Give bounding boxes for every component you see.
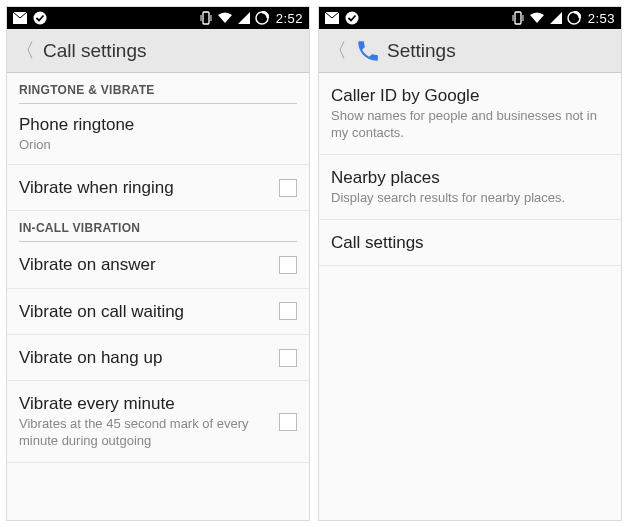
wifi-icon — [529, 12, 545, 24]
signal-icon — [238, 12, 250, 24]
notification-mail-icon — [13, 12, 27, 24]
page-title: Settings — [387, 40, 456, 62]
setting-phone-ringtone[interactable]: Phone ringtone Orion — [7, 104, 309, 165]
vibrate-icon — [200, 11, 212, 25]
checkbox[interactable] — [279, 256, 297, 274]
back-icon[interactable]: 〈 — [13, 37, 37, 64]
phone-icon — [355, 38, 381, 64]
setting-vibrate-on-answer[interactable]: Vibrate on answer — [7, 242, 309, 288]
notification-check-icon — [345, 11, 359, 25]
setting-summary: Display search results for nearby places… — [331, 190, 601, 207]
setting-vibrate-on-call-waiting[interactable]: Vibrate on call waiting — [7, 289, 309, 335]
status-bar: 2:52 — [7, 7, 309, 29]
back-icon[interactable]: 〈 — [325, 37, 349, 64]
action-bar: 〈 Settings — [319, 29, 621, 73]
setting-title: Vibrate on call waiting — [19, 301, 271, 322]
setting-title: Caller ID by Google — [331, 85, 601, 106]
setting-vibrate-every-minute[interactable]: Vibrate every minute Vibrates at the 45 … — [7, 381, 309, 463]
phone-right: 2:53 〈 Settings Caller ID by Google Show… — [318, 6, 622, 521]
svg-rect-2 — [203, 12, 209, 24]
setting-vibrate-on-hang-up[interactable]: Vibrate on hang up — [7, 335, 309, 381]
action-bar: 〈 Call settings — [7, 29, 309, 73]
setting-summary: Show names for people and businesses not… — [331, 108, 601, 142]
setting-nearby-places[interactable]: Nearby places Display search results for… — [319, 155, 621, 220]
setting-summary: Vibrates at the 45 second mark of every … — [19, 416, 271, 450]
notification-mail-icon — [325, 12, 339, 24]
category-header: RINGTONE & VIBRATE — [7, 73, 309, 101]
page-title: Call settings — [43, 40, 147, 62]
status-bar: 2:53 — [319, 7, 621, 29]
setting-title: Vibrate on hang up — [19, 347, 271, 368]
setting-vibrate-when-ringing[interactable]: Vibrate when ringing — [7, 165, 309, 211]
status-clock: 2:52 — [276, 11, 303, 26]
svg-point-7 — [346, 12, 359, 25]
setting-title: Nearby places — [331, 167, 601, 188]
setting-title: Vibrate on answer — [19, 254, 271, 275]
status-clock: 2:53 — [588, 11, 615, 26]
notification-check-icon — [33, 11, 47, 25]
setting-title: Call settings — [331, 232, 601, 253]
setting-call-settings[interactable]: Call settings — [319, 220, 621, 266]
setting-title: Vibrate when ringing — [19, 177, 271, 198]
svg-rect-8 — [515, 12, 521, 24]
battery-circle-icon — [567, 11, 581, 25]
checkbox[interactable] — [279, 302, 297, 320]
checkbox[interactable] — [279, 179, 297, 197]
settings-list[interactable]: RINGTONE & VIBRATE Phone ringtone Orion … — [7, 73, 309, 520]
setting-caller-id-by-google[interactable]: Caller ID by Google Show names for peopl… — [319, 73, 621, 155]
signal-icon — [550, 12, 562, 24]
checkbox[interactable] — [279, 413, 297, 431]
vibrate-icon — [512, 11, 524, 25]
settings-list[interactable]: Caller ID by Google Show names for peopl… — [319, 73, 621, 520]
svg-point-1 — [34, 12, 47, 25]
category-header: IN-CALL VIBRATION — [7, 211, 309, 239]
setting-title: Vibrate every minute — [19, 393, 271, 414]
battery-circle-icon — [255, 11, 269, 25]
setting-title: Phone ringtone — [19, 114, 289, 135]
wifi-icon — [217, 12, 233, 24]
setting-summary: Orion — [19, 137, 289, 154]
checkbox[interactable] — [279, 349, 297, 367]
phone-left: 2:52 〈 Call settings RINGTONE & VIBRATE … — [6, 6, 310, 521]
